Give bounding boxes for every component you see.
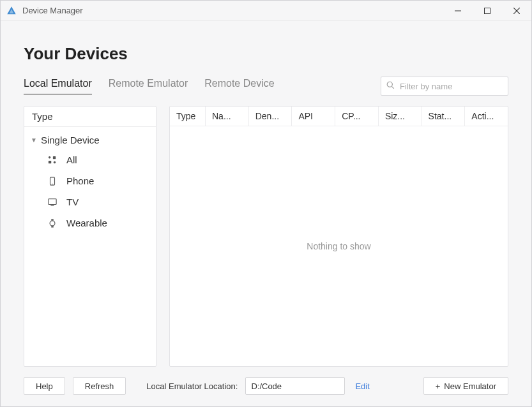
device-table: Type Na... Den... API CP... Siz... Stat.…	[169, 106, 508, 367]
location-label: Local Emulator Location:	[146, 381, 238, 391]
svg-point-9	[54, 161, 56, 163]
tree-item-wearable[interactable]: Wearable	[24, 212, 156, 233]
device-type-tree: ▼ Single Device All Phone	[24, 127, 156, 237]
tree-group-single-device[interactable]: ▼ Single Device	[24, 131, 156, 149]
col-api[interactable]: API	[292, 107, 335, 126]
grid-icon	[47, 156, 57, 165]
app-icon	[6, 5, 17, 17]
col-cpu[interactable]: CP...	[335, 107, 379, 126]
svg-point-6	[49, 156, 51, 158]
title-bar: Device Manager	[1, 1, 531, 21]
tree-item-tv[interactable]: TV	[24, 191, 156, 212]
edit-location-link[interactable]: Edit	[355, 381, 369, 391]
tree-item-phone[interactable]: Phone	[24, 170, 156, 191]
svg-rect-1	[485, 8, 490, 13]
type-sidebar: Type ▼ Single Device All Phone	[24, 106, 156, 367]
search-icon	[386, 81, 395, 91]
location-input[interactable]	[245, 377, 345, 395]
svg-rect-12	[49, 198, 56, 204]
svg-rect-8	[49, 160, 51, 163]
empty-state: Nothing to show	[170, 126, 508, 366]
phone-icon	[47, 177, 57, 186]
maximize-button[interactable]	[473, 1, 502, 20]
search-box[interactable]	[381, 77, 508, 96]
svg-point-11	[52, 183, 52, 184]
svg-point-14	[50, 221, 55, 226]
window-title: Device Manager	[22, 6, 443, 15]
tree-item-label: TV	[66, 196, 79, 207]
plus-icon: +	[436, 381, 441, 391]
new-emulator-label: New Emulator	[444, 381, 496, 391]
watch-icon	[47, 219, 57, 228]
window-controls	[443, 1, 531, 20]
tabs: Local Emulator Remote Emulator Remote De…	[24, 78, 364, 94]
sidebar-header: Type	[24, 107, 156, 127]
col-actions[interactable]: Acti...	[465, 107, 508, 126]
tree-item-label: Wearable	[66, 218, 107, 228]
svg-rect-16	[51, 226, 54, 227]
col-type[interactable]: Type	[170, 107, 206, 126]
minimize-button[interactable]	[443, 1, 473, 20]
refresh-button[interactable]: Refresh	[73, 377, 126, 395]
tree-item-label: All	[66, 154, 77, 165]
tree-item-label: Phone	[66, 175, 94, 186]
tv-icon	[47, 198, 57, 207]
col-density[interactable]: Den...	[249, 107, 293, 126]
col-name[interactable]: Na...	[206, 107, 249, 126]
footer-bar: Help Refresh Local Emulator Location: Ed…	[24, 367, 508, 406]
tab-remote-device[interactable]: Remote Device	[204, 78, 274, 94]
search-input[interactable]	[399, 81, 503, 92]
chevron-down-icon: ▼	[31, 137, 37, 144]
tree-item-all[interactable]: All	[24, 149, 156, 170]
new-emulator-button[interactable]: + New Emulator	[423, 377, 508, 395]
help-button[interactable]: Help	[24, 377, 65, 395]
tab-local-emulator[interactable]: Local Emulator	[24, 78, 92, 94]
svg-line-5	[392, 87, 394, 89]
svg-rect-7	[53, 156, 56, 158]
col-size[interactable]: Siz...	[379, 107, 422, 126]
table-header: Type Na... Den... API CP... Siz... Stat.…	[170, 107, 508, 126]
close-button[interactable]	[502, 1, 531, 20]
svg-point-4	[387, 82, 392, 87]
page-title: Your Devices	[24, 44, 508, 64]
col-status[interactable]: Stat...	[422, 107, 466, 126]
tree-group-label: Single Device	[41, 135, 100, 145]
tab-remote-emulator[interactable]: Remote Emulator	[109, 78, 188, 94]
svg-rect-15	[51, 219, 54, 220]
